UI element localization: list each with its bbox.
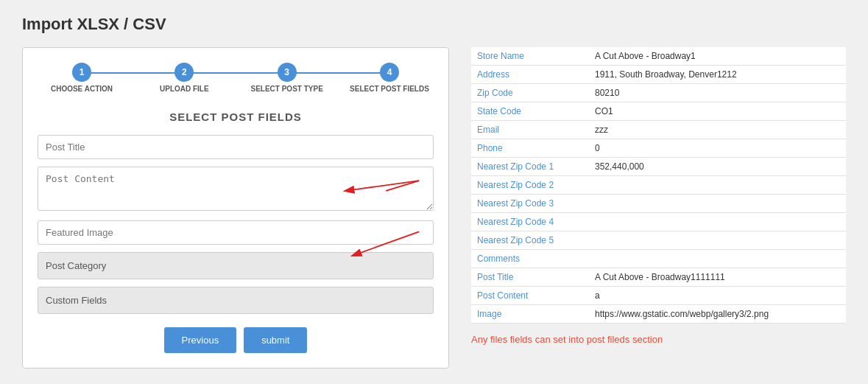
table-row: Emailzzz	[471, 121, 846, 139]
custom-fields-button[interactable]: Custom Fields	[38, 287, 434, 314]
step-3-circle: 3	[278, 63, 297, 82]
post-category-group: Post Category	[38, 252, 434, 279]
table-row-label: Store Name	[471, 47, 589, 66]
table-row: Post TitleA Cut Above - Broadway1111111	[471, 268, 846, 287]
step-2-circle: 2	[174, 63, 194, 82]
table-row: Nearest Zip Code 1352,440,000	[471, 158, 846, 176]
table-row-label: Nearest Zip Code 1	[471, 158, 589, 176]
table-row: Store NameA Cut Above - Broadway1	[471, 47, 846, 66]
table-row: Post Contenta	[471, 287, 846, 305]
featured-image-group	[38, 220, 434, 245]
table-row-value: A Cut Above - Broadway1	[589, 47, 846, 66]
step-1-circle: 1	[72, 63, 91, 82]
page-title: Import XLSX / CSV	[22, 15, 846, 34]
table-row-label: Post Title	[471, 268, 589, 287]
form-section-title: SELECT POST FIELDS	[38, 111, 434, 123]
table-row-value: 352,440,000	[589, 158, 846, 176]
table-row-label: Image	[471, 305, 589, 324]
previous-button[interactable]: Previous	[164, 327, 237, 353]
table-row-value: 80210	[589, 84, 846, 102]
right-panel: Store NameA Cut Above - Broadway1Address…	[471, 47, 846, 345]
step-2: 2 UPLOAD FILE	[140, 63, 228, 93]
post-title-group	[38, 135, 434, 159]
step-1: 1 CHOOSE ACTION	[38, 63, 126, 93]
post-content-textarea[interactable]	[38, 167, 434, 211]
step-4: 4 SELECT POST FIELDS	[345, 63, 434, 93]
step-4-circle: 4	[380, 63, 399, 82]
table-row-value: zzz	[589, 121, 846, 139]
submit-button[interactable]: submit	[244, 327, 307, 353]
table-row-value	[589, 231, 846, 250]
table-row-value: 1911, South Broadway, Denver1212	[589, 66, 846, 84]
table-row: Nearest Zip Code 2	[471, 176, 846, 195]
step-1-label: CHOOSE ACTION	[51, 85, 113, 93]
table-row-label: Phone	[471, 139, 589, 158]
step-4-label: SELECT POST FIELDS	[350, 85, 429, 93]
table-row: Nearest Zip Code 4	[471, 213, 846, 231]
table-row: Address1911, South Broadway, Denver1212	[471, 66, 846, 84]
stepper: 1 CHOOSE ACTION 2 UPLOAD FILE 3 SELECT P…	[38, 63, 434, 93]
annotation-text: Any files fields can set into post filed…	[471, 334, 846, 345]
table-row-label: Post Content	[471, 287, 589, 305]
table-row-label: State Code	[471, 102, 589, 121]
featured-image-input[interactable]	[38, 220, 434, 245]
table-row-value: https://www.gstatic.com/webp/gallery3/2.…	[589, 305, 846, 324]
table-row-value: A Cut Above - Broadway1111111	[589, 268, 846, 287]
table-row: Imagehttps://www.gstatic.com/webp/galler…	[471, 305, 846, 324]
data-table: Store NameA Cut Above - Broadway1Address…	[471, 47, 846, 324]
left-panel: 1 CHOOSE ACTION 2 UPLOAD FILE 3 SELECT P…	[22, 47, 449, 369]
table-row-value	[589, 176, 846, 195]
post-category-button[interactable]: Post Category	[38, 252, 434, 279]
table-row: State CodeCO1	[471, 102, 846, 121]
table-row-label: Address	[471, 66, 589, 84]
table-row-label: Nearest Zip Code 4	[471, 213, 589, 231]
table-row: Phone0	[471, 139, 846, 158]
table-row-label: Nearest Zip Code 5	[471, 231, 589, 250]
table-row-value	[589, 213, 846, 231]
table-row-label: Email	[471, 121, 589, 139]
table-row-value: 0	[589, 139, 846, 158]
step-2-label: UPLOAD FILE	[160, 85, 209, 93]
post-title-input[interactable]	[38, 135, 434, 159]
step-3-label: SELECT POST TYPE	[250, 85, 322, 93]
table-row-value: CO1	[589, 102, 846, 121]
table-row: Zip Code80210	[471, 84, 846, 102]
table-row: Nearest Zip Code 5	[471, 231, 846, 250]
table-row-label: Comments	[471, 250, 589, 268]
step-3: 3 SELECT POST TYPE	[243, 63, 331, 93]
table-row-value	[589, 250, 846, 268]
table-row-label: Nearest Zip Code 2	[471, 176, 589, 195]
table-row: Nearest Zip Code 3	[471, 195, 846, 213]
table-row-value: a	[589, 287, 846, 305]
action-buttons: Previous submit	[38, 327, 434, 353]
table-row: Comments	[471, 250, 846, 268]
table-row-value	[589, 195, 846, 213]
custom-fields-group: Custom Fields	[38, 287, 434, 314]
post-content-group	[38, 167, 434, 213]
table-row-label: Zip Code	[471, 84, 589, 102]
table-row-label: Nearest Zip Code 3	[471, 195, 589, 213]
